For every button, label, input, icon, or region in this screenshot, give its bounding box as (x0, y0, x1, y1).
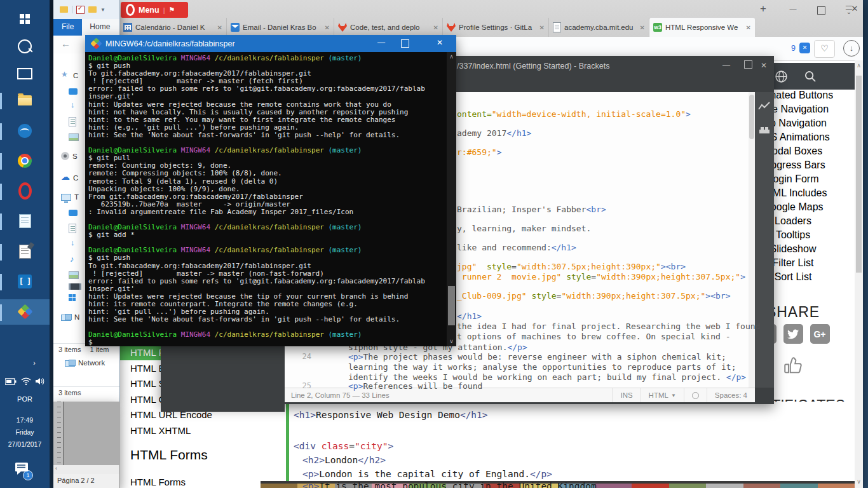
twitter-icon[interactable] (783, 324, 803, 344)
notepad-taskbar-icon[interactable] (0, 208, 50, 234)
opera-menu-button[interactable]: Menu | ⚑ (121, 2, 188, 18)
downloads-icon[interactable]: ↓ (843, 40, 860, 57)
explorer-titlebar: ▼ (53, 0, 119, 19)
notification-center-icon[interactable] (14, 461, 31, 475)
spaces-indicator[interactable]: Spaces: 4 (707, 388, 755, 402)
lint-status-icon[interactable] (684, 388, 707, 402)
tab-close-icon[interactable]: ✕ (640, 24, 645, 31)
nav-item-windows[interactable] (69, 294, 81, 302)
tab-close-icon[interactable]: ✕ (746, 24, 751, 31)
battery-icon[interactable] (5, 377, 17, 385)
taskbar: 1 › POR 17:49 Friday 27/01/2017 (0, 0, 50, 488)
openoffice-taskbar-icon[interactable] (0, 118, 50, 144)
terminal-minimize-button[interactable]: — (372, 38, 391, 47)
page-scrollbar[interactable]: ∧ ∨ (855, 60, 863, 488)
toolbar-chevron-icon[interactable]: ▼ (100, 7, 105, 13)
browser-tab[interactable]: Email - Daniel Kras Bo✕ (227, 18, 334, 37)
bookmark-heart-icon[interactable]: ♡ (814, 40, 835, 58)
new-folder-icon[interactable] (88, 6, 97, 13)
nav-item-document[interactable] (69, 224, 79, 233)
tab-menu-icon[interactable]: ——⌄ (843, 4, 855, 13)
opera-taskbar-icon[interactable] (0, 179, 50, 204)
back-arrow-icon[interactable]: ← (61, 38, 71, 49)
nav-item-network[interactable]: N (61, 313, 79, 321)
terminal-scroll-up-icon[interactable]: ∧ (447, 53, 456, 60)
terminal-scroll-thumb[interactable] (448, 286, 455, 325)
terminal-line: error: failed to push some refs to 'git@… (88, 85, 445, 93)
brackets-maximize-button[interactable] (744, 60, 752, 69)
language-selector[interactable]: HTML▼ (641, 388, 684, 402)
google-plus-icon[interactable]: G+ (810, 324, 830, 344)
properties-check-icon[interactable] (76, 6, 85, 14)
browser-tab[interactable]: HTML Responsive We✕ (649, 18, 755, 37)
menu-item[interactable]: HTML XHTML (130, 425, 191, 436)
browser-tab[interactable]: Calendário - Daniel K✕ (119, 18, 227, 37)
ribbon-tab-file[interactable]: File (53, 19, 82, 36)
terminal-scrollbar[interactable]: ∧ ∨ (447, 52, 456, 346)
start-taskbar-icon[interactable] (0, 6, 50, 32)
nav-item-desktop[interactable] (69, 87, 81, 95)
browser-minimize-button[interactable] (783, 4, 803, 13)
brackets-minimize-button[interactable]: — (722, 61, 730, 70)
insert-mode-indicator[interactable]: INS (612, 388, 640, 402)
volume-icon[interactable] (36, 377, 45, 385)
browser-tab[interactable]: Code, test, and deplo✕ (334, 18, 443, 37)
search-taskbar-icon[interactable] (0, 34, 50, 59)
brackets-close-button[interactable]: ✕ (761, 61, 767, 70)
ribbon-tab-home[interactable]: Home (82, 19, 118, 36)
tab-close-icon[interactable]: ✕ (433, 24, 438, 31)
menu-item[interactable]: HTML Forms (130, 477, 186, 487)
nav-item-download[interactable] (69, 240, 81, 248)
nav-item-music[interactable] (69, 255, 81, 264)
tray-expand-icon[interactable]: › (28, 359, 41, 367)
browser-tab[interactable]: academy.cba.mit.edu✕ (549, 18, 649, 37)
horizontal-scrollbar[interactable]: ‹ (53, 465, 119, 474)
chrome-taskbar-icon[interactable] (0, 148, 50, 173)
live-preview-icon[interactable] (758, 101, 771, 111)
task-view-taskbar-icon[interactable] (0, 61, 50, 86)
file-explorer-taskbar-icon[interactable] (0, 88, 50, 113)
extension-manager-icon[interactable] (759, 125, 770, 134)
translate-globe-icon[interactable] (775, 70, 788, 83)
terminal-scroll-down-icon[interactable]: ∨ (447, 338, 456, 344)
nav-item-star[interactable]: C (61, 71, 78, 79)
brackets-taskbar-icon[interactable] (0, 269, 50, 294)
scrollbar-thumb[interactable] (856, 76, 862, 273)
editor-code-line: r:#659;"> (457, 147, 501, 157)
tab-close-icon[interactable]: ✕ (539, 24, 545, 31)
nav-item-desktop[interactable] (69, 208, 81, 216)
tab-close-icon[interactable]: ✕ (325, 24, 330, 31)
clock-date: 27/01/2017 (0, 440, 50, 448)
scroll-up-icon[interactable]: ∧ (855, 62, 863, 69)
nav-item-picture[interactable] (69, 132, 82, 141)
notes-glyph (19, 245, 31, 259)
browser-maximize-button[interactable] (817, 6, 825, 15)
editor-scrollbar[interactable] (749, 92, 755, 388)
terminal-maximize-button[interactable] (401, 39, 409, 48)
new-tab-button[interactable]: + (760, 3, 766, 15)
nav-item-disk[interactable]: S (61, 152, 78, 160)
terminal-output[interactable]: Daniel@DanielSilveira MINGW64 /c/danielk… (88, 55, 445, 347)
tryit-code-line: <p>It is the most populous city in the U… (302, 481, 602, 488)
nav-item-picture[interactable] (69, 270, 82, 279)
git-bash-taskbar-icon[interactable] (0, 299, 50, 325)
nav-item-download[interactable] (69, 102, 81, 110)
notes-taskbar-icon[interactable] (0, 239, 50, 264)
nav-item-network[interactable]: Network (65, 358, 105, 367)
quick-access-folder-icon[interactable] (60, 6, 68, 13)
tab-close-icon[interactable]: ✕ (217, 24, 222, 31)
browser-tab[interactable]: Profile Settings · GitLa✕ (443, 18, 549, 37)
clock-time[interactable]: 17:49 (0, 416, 50, 424)
nav-item-document[interactable] (69, 117, 79, 126)
nav-item-video[interactable] (69, 282, 85, 290)
adblock-shield-icon[interactable]: ✕ (799, 43, 810, 53)
calendar-favicon-icon (123, 23, 132, 32)
nav-item-cloud[interactable]: C (61, 173, 78, 182)
terminal-close-button[interactable]: ✕ (430, 38, 449, 47)
line-number: 24 (286, 352, 311, 361)
language-indicator[interactable]: POR (0, 395, 50, 403)
search-icon[interactable] (804, 71, 817, 83)
scroll-down-icon[interactable]: ∨ (855, 478, 863, 485)
nav-item-pc[interactable]: T (61, 193, 79, 201)
wifi-icon[interactable] (21, 377, 31, 385)
